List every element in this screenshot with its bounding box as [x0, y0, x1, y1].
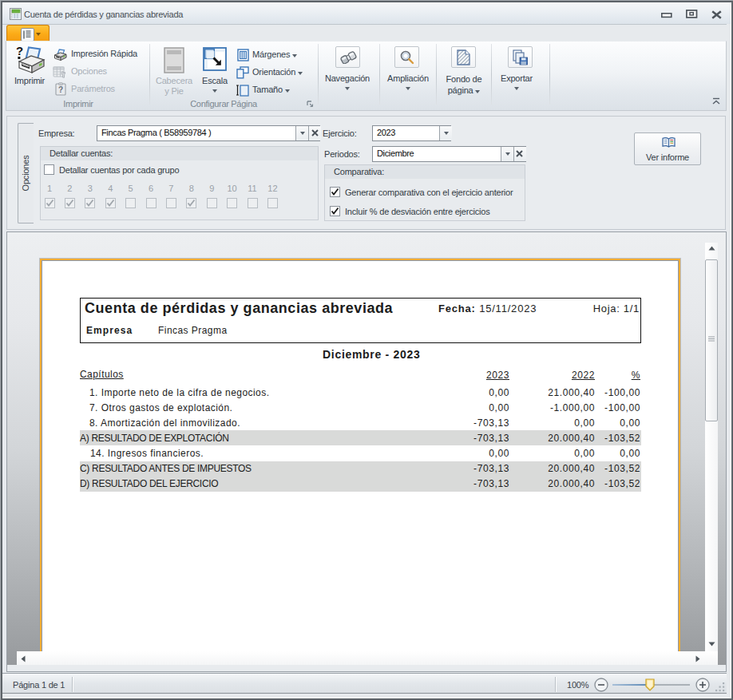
svg-text:?: ? [58, 85, 63, 94]
svg-text:?: ? [16, 45, 23, 57]
